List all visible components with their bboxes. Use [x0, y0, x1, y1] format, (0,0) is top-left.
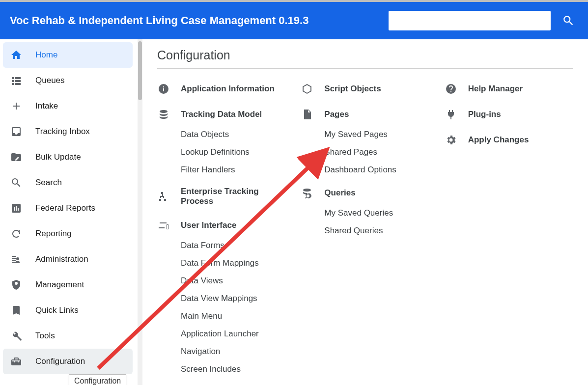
sidebar-item-label: Reporting [35, 229, 72, 239]
cube-icon [301, 82, 313, 95]
config-link-pages[interactable]: Pages [301, 103, 429, 126]
database-icon [158, 109, 169, 120]
config-group-apply-changes: Apply Changes [445, 129, 573, 151]
config-link-enterprise-tracking-process[interactable]: Enterprise Tracking Process [157, 182, 286, 211]
sidebar-item-label: Home [35, 50, 57, 60]
gear-icon [445, 134, 457, 146]
config-link-script-objects[interactable]: Script Objects [301, 78, 429, 100]
sidebar-item-configuration[interactable]: Configuration [3, 349, 133, 374]
config-sublink-main-menu[interactable]: Main Menu [157, 307, 286, 325]
config-sublink-screen-includes[interactable]: Screen Includes [157, 360, 286, 378]
config-sublink-shared-pages[interactable]: Shared Pages [301, 143, 429, 161]
sidebar-item-label: Intake [35, 101, 58, 111]
sidebar-item-tracking-inbox[interactable]: Tracking Inbox [3, 119, 133, 144]
search-button[interactable] [559, 11, 578, 30]
config-link-plug-ins[interactable]: Plug-ins [445, 103, 573, 126]
config-sublink-my-saved-queries[interactable]: My Saved Queries [301, 204, 429, 222]
info-icon [158, 83, 169, 95]
devices-icon [158, 220, 169, 231]
bookmark-icon [10, 304, 23, 317]
search-icon [562, 14, 575, 27]
config-sublink-navigation[interactable]: Navigation [157, 343, 286, 360]
config-link-label: Plug-ins [468, 110, 501, 119]
body-wrap: HomeQueuesIntakeTracking InboxBulk Updat… [0, 39, 588, 385]
info-icon [157, 82, 170, 95]
database-icon [157, 108, 170, 121]
config-link-label: Pages [324, 110, 349, 119]
sidebar-item-label: Administration [35, 254, 88, 264]
sidebar-item-queues[interactable]: Queues [3, 68, 133, 93]
config-group-help-manager: Help Manager [445, 78, 573, 100]
config-sublink-my-saved-pages[interactable]: My Saved Pages [301, 126, 429, 143]
config-group-queries: QueriesMy Saved QueriesShared Queries [301, 182, 429, 240]
config-grid: Application InformationTracking Data Mod… [157, 78, 573, 381]
config-sublink-data-form-mappings[interactable]: Data Form Mappings [157, 254, 286, 272]
cube-icon [301, 83, 313, 95]
home-icon [10, 49, 23, 61]
sidebar-item-administration[interactable]: Administration [3, 247, 133, 272]
admin-icon [10, 253, 22, 265]
config-link-label: Application Information [181, 84, 275, 94]
config-group-enterprise-tracking-process: Enterprise Tracking Process [157, 182, 286, 211]
config-link-queries[interactable]: Queries [301, 182, 429, 204]
main-content: Configuration Application InformationTra… [142, 39, 588, 385]
scrollbar-thumb[interactable] [138, 41, 142, 100]
config-link-help-manager[interactable]: Help Manager [445, 78, 573, 100]
config-link-label: Queries [324, 188, 355, 198]
config-column-2: Help ManagerPlug-insApply Changes [445, 78, 573, 381]
inbox-icon [10, 126, 22, 138]
sidebar-item-label: Federal Reports [35, 203, 95, 213]
config-link-tracking-data-model[interactable]: Tracking Data Model [157, 103, 286, 126]
sidebar-item-home[interactable]: Home [3, 42, 133, 68]
bar-chart-icon [10, 202, 22, 214]
sidebar-scrollbar[interactable] [138, 39, 142, 385]
sidebar-item-search[interactable]: Search [3, 170, 133, 195]
config-group-user-interface: User InterfaceData FormsData Form Mappin… [157, 214, 286, 378]
folder-edit-icon [10, 151, 23, 164]
sidebar-item-bulk-update[interactable]: Bulk Update [3, 144, 133, 170]
config-column-1: Script ObjectsPagesMy Saved PagesShared … [301, 78, 429, 381]
sidebar-item-label: Tracking Inbox [35, 127, 90, 137]
sidebar-item-label: Management [35, 280, 84, 290]
help-icon [445, 82, 457, 95]
config-link-label: User Interface [181, 220, 236, 230]
config-sublink-dashboard-options[interactable]: Dashboard Options [301, 161, 429, 179]
config-sublink-data-views[interactable]: Data Views [157, 272, 286, 290]
config-link-apply-changes[interactable]: Apply Changes [445, 129, 573, 151]
help-icon [445, 83, 457, 95]
plug-icon [445, 109, 457, 120]
sidebar-item-label: Search [35, 178, 62, 188]
config-sublink-lookup-definitions[interactable]: Lookup Definitions [157, 143, 286, 161]
search-icon [10, 177, 22, 189]
sidebar-item-label: Bulk Update [35, 152, 81, 162]
config-sublink-data-view-mappings[interactable]: Data View Mappings [157, 290, 286, 307]
config-sublink-filter-handlers[interactable]: Filter Handlers [157, 161, 286, 179]
config-sublink-data-forms[interactable]: Data Forms [157, 237, 286, 254]
page-title: Configuration [157, 48, 573, 69]
devices-icon [157, 219, 170, 232]
wrench-icon [10, 330, 22, 342]
inbox-icon [10, 125, 23, 138]
db-search-icon [301, 187, 313, 199]
sidebar-item-quick-links[interactable]: Quick Links [3, 298, 133, 323]
sidebar-item-federal-reports[interactable]: Federal Reports [3, 195, 133, 221]
plug-icon [445, 108, 457, 121]
global-search-input[interactable] [389, 11, 551, 30]
config-sublink-application-launcher[interactable]: Application Launcher [157, 325, 286, 343]
config-sublink-shared-queries[interactable]: Shared Queries [301, 222, 429, 240]
app-title: Voc Rehab & Independent Living Case Mana… [10, 14, 308, 27]
config-link-application-information[interactable]: Application Information [157, 78, 286, 100]
sidebar-item-reporting[interactable]: Reporting [3, 221, 133, 247]
sidebar-item-tools[interactable]: Tools [3, 323, 133, 349]
sidebar-item-label: Quick Links [35, 305, 79, 315]
config-sublink-data-objects[interactable]: Data Objects [157, 126, 286, 143]
sidebar-item-management[interactable]: Management [3, 272, 133, 298]
config-link-user-interface[interactable]: User Interface [157, 214, 286, 237]
sidebar-item-label: Tools [35, 331, 55, 341]
config-link-label: Enterprise Tracking Process [181, 187, 286, 206]
sidebar-item-intake[interactable]: Intake [3, 93, 133, 119]
admin-icon [10, 253, 23, 266]
config-group-application-information: Application Information [157, 78, 286, 100]
bar-chart-icon [10, 202, 23, 215]
shield-person-icon [10, 279, 22, 291]
